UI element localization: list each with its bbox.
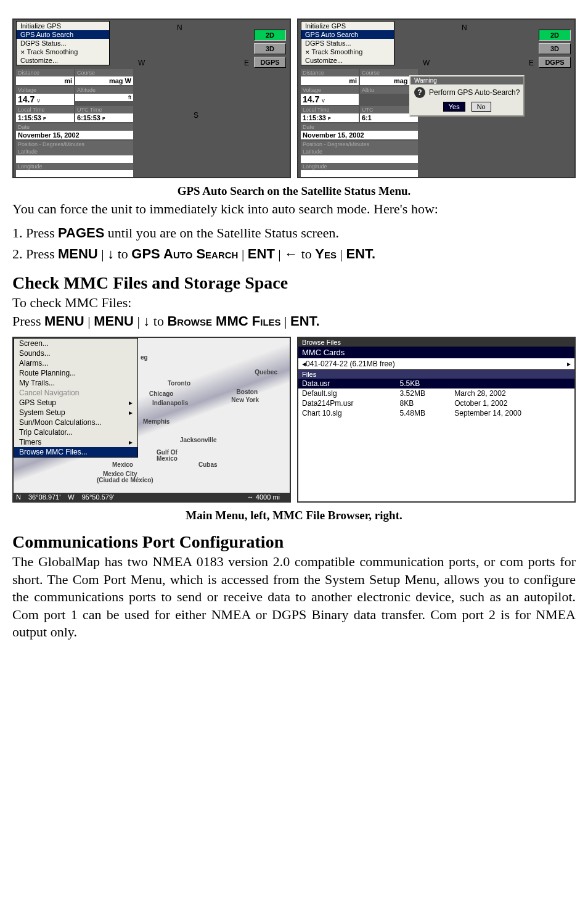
mmc-screenshot-pair: Quebec Toronto Boston Chicago New York I… bbox=[12, 337, 576, 503]
local-time-value: 1:15:33 P bbox=[301, 113, 359, 122]
utc-time-value: 6:15:53 P bbox=[75, 113, 133, 122]
caption-1: GPS Auto Search on the Satellite Status … bbox=[12, 184, 576, 198]
distance-label: Distance bbox=[301, 69, 359, 76]
question-icon: ? bbox=[414, 87, 425, 98]
latitude-label: Latitude bbox=[301, 148, 418, 155]
menu-my-trails[interactable]: My Trails... bbox=[14, 378, 137, 388]
compass-s: S bbox=[194, 111, 198, 120]
map-mexico: Mexico bbox=[112, 461, 133, 468]
menu-trip-calculator[interactable]: Trip Calculator... bbox=[14, 427, 137, 437]
menu-screen[interactable]: Screen... bbox=[14, 339, 137, 348]
latitude-value bbox=[301, 155, 418, 163]
menu-sounds[interactable]: Sounds... bbox=[14, 348, 137, 358]
caption-2: Main Menu, left, MMC File Browser, right… bbox=[12, 509, 576, 522]
heading-com-port: Communications Port Configuration bbox=[12, 532, 576, 552]
browse-files-screenshot: Browse Files MMC Cards ◂041-0274-22 (6.2… bbox=[297, 337, 576, 503]
map-eg: eg bbox=[141, 354, 148, 361]
menu-alarms[interactable]: Alarms... bbox=[14, 358, 137, 368]
menu-browse-mmc[interactable]: Browse MMC Files... bbox=[14, 447, 137, 457]
menu-sunmoon[interactable]: Sun/Moon Calculations... bbox=[14, 417, 137, 427]
map-jacksonville: Jacksonville bbox=[180, 437, 216, 443]
button-dgps[interactable]: DGPS bbox=[539, 57, 571, 68]
latitude-label: Latitude bbox=[16, 148, 133, 155]
status-n: N bbox=[16, 493, 21, 501]
file-row-0[interactable]: Data.usr5.5KB bbox=[298, 379, 574, 389]
menu-track-smoothing[interactable]: Track Smoothing bbox=[301, 47, 394, 56]
main-menu-screenshot: Quebec Toronto Boston Chicago New York I… bbox=[12, 337, 291, 503]
longitude-label: Longitude bbox=[16, 163, 133, 170]
distance-value: mi bbox=[16, 76, 74, 85]
date-value: November 15, 2002 bbox=[301, 131, 418, 139]
button-3d[interactable]: 3D bbox=[539, 43, 571, 54]
gps-menu: Initialize GPS GPS Auto Search DGPS Stat… bbox=[16, 21, 110, 65]
voltage-value: 14.7 v bbox=[16, 94, 74, 105]
map-indianapolis: Indianapolis bbox=[152, 400, 188, 406]
voltage-value: 14.7 v bbox=[301, 94, 359, 105]
menu-gps-auto-search[interactable]: GPS Auto Search bbox=[17, 30, 109, 39]
local-time-label: Local Time bbox=[16, 106, 74, 113]
menu-dgps-status[interactable]: DGPS Status... bbox=[17, 39, 109, 47]
menu-timers[interactable]: Timers bbox=[14, 437, 137, 447]
menu-dgps-status[interactable]: DGPS Status... bbox=[301, 39, 394, 47]
compass-e: E bbox=[529, 59, 534, 67]
map-chicago: Chicago bbox=[149, 390, 173, 397]
step-1: 1. Press PAGES until you are on the Sate… bbox=[12, 224, 576, 242]
files-header: Files bbox=[298, 370, 574, 379]
menu-gps-auto-search[interactable]: GPS Auto Search bbox=[301, 30, 394, 39]
menu-customize[interactable]: Customize... bbox=[301, 56, 394, 65]
map-ciudad: (Ciudad de México) bbox=[97, 477, 153, 483]
mmc-card-row[interactable]: ◂041-0274-22 (6.21MB free)▸ bbox=[298, 358, 574, 370]
local-time-value: 1:15:53 P bbox=[16, 113, 74, 122]
compass-n: N bbox=[177, 23, 182, 32]
longitude-value bbox=[301, 170, 418, 178]
status-scale: ↔ 4000 mi bbox=[247, 493, 280, 501]
no-button[interactable]: No bbox=[472, 102, 491, 112]
position-label: Position - Degrees/Minutes bbox=[301, 141, 418, 148]
dialog-text: Perform GPS Auto-Search? bbox=[429, 88, 520, 97]
file-row-3[interactable]: Chart 10.slg5.48MBSeptember 14, 2000 bbox=[298, 408, 574, 418]
menu-track-smoothing[interactable]: Track Smoothing bbox=[17, 47, 109, 56]
check-mmc-intro: To check MMC Files: bbox=[12, 294, 576, 312]
date-label: Date bbox=[16, 123, 133, 131]
status-w: W bbox=[68, 493, 74, 501]
map-quebec: Quebec bbox=[255, 369, 277, 376]
voltage-label: Voltage bbox=[301, 86, 359, 94]
latitude-value bbox=[16, 155, 133, 163]
file-row-2[interactable]: Data214Pm.usr8KBOctober 1, 2002 bbox=[298, 398, 574, 408]
status-lat: 36°08.971' bbox=[28, 493, 60, 501]
date-label: Date bbox=[301, 123, 418, 131]
local-time-label: Local Time bbox=[301, 106, 359, 113]
map-mexico2: Mexico bbox=[157, 455, 178, 462]
button-2d[interactable]: 2D bbox=[254, 30, 286, 41]
button-3d[interactable]: 3D bbox=[254, 43, 286, 54]
map-newyork: New York bbox=[231, 397, 259, 403]
distance-value: mi bbox=[301, 76, 359, 85]
browse-files-title: Browse Files bbox=[298, 338, 574, 347]
view-buttons: 2D 3D DGPS bbox=[254, 30, 286, 68]
mmc-cards-header: MMC Cards bbox=[298, 347, 574, 358]
compass-w: W bbox=[138, 59, 145, 67]
com-port-body: The GlobalMap has two NMEA 0183 version … bbox=[12, 553, 576, 641]
view-buttons: 2D 3D DGPS bbox=[539, 30, 571, 68]
step-2: 2. Press MENU | ↓ to GPS Auto Search | E… bbox=[12, 245, 576, 263]
menu-initialize-gps[interactable]: Initialize GPS bbox=[17, 22, 109, 30]
warning-dialog: Warning ? Perform GPS Auto-Search? Yes N… bbox=[409, 75, 525, 117]
longitude-value bbox=[16, 170, 133, 178]
menu-gps-setup[interactable]: GPS Setup bbox=[14, 398, 137, 408]
menu-system-setup[interactable]: System Setup bbox=[14, 408, 137, 417]
yes-button[interactable]: Yes bbox=[443, 102, 465, 112]
gps-menu: Initialize GPS GPS Auto Search DGPS Stat… bbox=[301, 21, 394, 65]
menu-route-planning[interactable]: Route Planning... bbox=[14, 368, 137, 378]
menu-initialize-gps[interactable]: Initialize GPS bbox=[301, 22, 394, 30]
button-dgps[interactable]: DGPS bbox=[254, 57, 286, 68]
intro-text: You can force the unit to immediately ki… bbox=[12, 200, 576, 218]
check-mmc-steps: Press MENU | MENU | ↓ to Browse MMC File… bbox=[12, 313, 576, 331]
map-cubas: Cubas bbox=[198, 461, 218, 468]
menu-cancel-navigation: Cancel Navigation bbox=[14, 388, 137, 398]
file-row-1[interactable]: Default.slg3.52MBMarch 28, 2002 bbox=[298, 389, 574, 398]
longitude-label: Longitude bbox=[301, 163, 418, 170]
date-value: November 15, 2002 bbox=[16, 131, 133, 139]
menu-customize[interactable]: Customize... bbox=[17, 56, 109, 65]
button-2d[interactable]: 2D bbox=[539, 30, 571, 41]
gps-screenshot-left: Initialize GPS GPS Auto Search DGPS Stat… bbox=[12, 19, 291, 178]
